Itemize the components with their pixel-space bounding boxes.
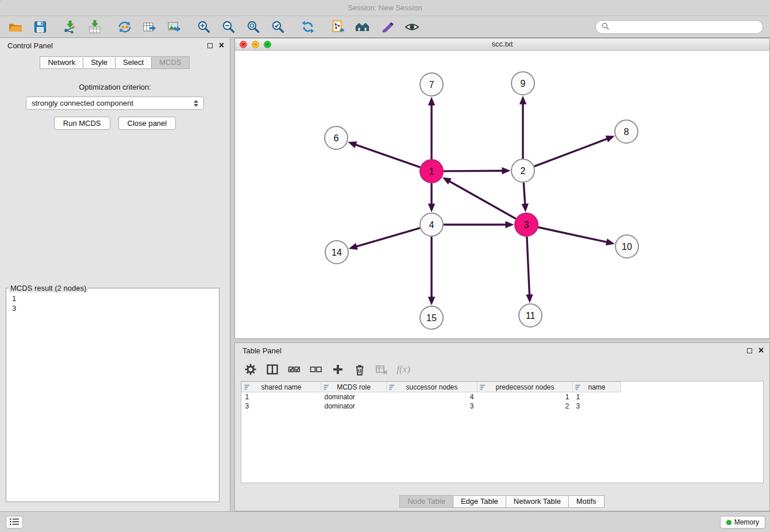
apply-layout-icon[interactable] [299,18,317,36]
search-box[interactable] [595,20,763,34]
memory-button[interactable]: Memory [720,516,765,529]
close-window-icon[interactable]: × [240,41,247,48]
table-panel: Table Panel × f(x) shared nameMCDS roles… [234,342,770,511]
table-row[interactable]: 1dominator411 [242,392,764,402]
svg-text:4: 4 [429,220,434,230]
tab-motifs[interactable]: Motifs [568,495,605,508]
tab-network[interactable]: Network [40,56,83,69]
graph-node-3[interactable]: 3 [515,213,538,236]
table-settings-icon[interactable] [244,363,257,376]
float-panel-icon[interactable] [207,43,213,48]
search-icon [602,22,609,32]
graph-node-8[interactable]: 8 [615,120,638,143]
export-table-icon[interactable] [141,18,158,36]
window-titlebar: Session: New Session [0,0,770,16]
table-cell[interactable]: 1 [242,392,321,402]
table-cell[interactable]: 4 [387,392,478,402]
save-session-icon[interactable] [32,18,49,36]
tab-select[interactable]: Select [115,56,152,69]
show-columns-icon[interactable] [266,363,279,376]
graph-node-2[interactable]: 2 [511,159,534,182]
control-panel-tabs: NetworkStyleSelectMCDS [0,56,230,69]
column-header-name[interactable]: name [573,382,621,392]
graph-edge-3-1[interactable] [449,181,516,219]
close-panel-button[interactable]: Close panel [118,117,176,130]
column-header-filler [621,382,764,392]
close-table-panel-icon[interactable]: × [759,346,764,355]
graph-node-4[interactable]: 4 [420,213,443,236]
network-window-titlebar[interactable]: × − + scc.txt [235,38,769,51]
table-cell[interactable]: 3 [387,402,478,411]
table-cell[interactable]: 1 [573,392,621,402]
tab-network-table[interactable]: Network Table [506,495,569,508]
control-panel-header: Control Panel × [0,38,230,53]
network-overview-icon[interactable] [329,18,346,36]
control-panel: Control Panel × NetworkStyleSelectMCDS O… [0,38,230,511]
graph-edge-3-11[interactable] [527,237,530,296]
mcds-result-value: 1 [6,294,219,303]
graph-edge-2-3[interactable] [523,183,525,205]
task-history-button[interactable] [6,516,23,529]
table-cell[interactable]: dominator [321,402,387,411]
table-cell[interactable]: dominator [321,392,387,402]
graph-node-15[interactable]: 15 [420,306,443,329]
column-header-successor-nodes[interactable]: successor nodes [387,382,478,392]
table-row[interactable]: 3dominator323 [242,402,764,411]
window-controls: × − + [240,41,271,48]
graph-node-9[interactable]: 9 [511,72,534,95]
graph-node-1[interactable]: 1 [420,160,443,183]
import-table-icon[interactable] [86,18,103,36]
graph-node-10[interactable]: 10 [615,235,638,258]
column-header-predecessor-nodes[interactable]: predecessor nodes [478,382,573,392]
graph-edge-2-8[interactable] [534,138,608,166]
graph-node-14[interactable]: 14 [325,241,348,264]
graph-edge-1-6[interactable] [355,144,421,167]
graph-node-6[interactable]: 6 [325,126,348,149]
select-all-rows-icon[interactable] [288,363,301,376]
svg-text:15: 15 [426,313,437,323]
first-neighbors-icon[interactable] [354,18,371,36]
network-view-window: × − + scc.txt 7968124314101511 [234,38,770,339]
import-network-icon[interactable] [61,18,79,36]
search-input[interactable] [613,22,757,32]
table-cell[interactable]: 3 [573,402,621,411]
column-header-mcds-role[interactable]: MCDS role [321,382,387,392]
svg-text:3: 3 [524,220,529,230]
zoom-window-icon[interactable]: + [264,41,271,48]
graph-edge-1-2[interactable] [444,171,503,171]
zoom-selected-icon[interactable] [270,18,287,36]
tab-edge-table[interactable]: Edge Table [453,495,506,508]
tab-mcds[interactable]: MCDS [151,56,189,69]
export-image-icon[interactable] [165,18,183,36]
float-table-panel-icon[interactable] [747,348,752,353]
network-canvas[interactable]: 7968124314101511 [235,51,769,338]
style-icon[interactable] [379,18,396,36]
tab-style[interactable]: Style [83,56,116,69]
close-panel-icon[interactable]: × [219,41,224,50]
graph-edge-arrow [522,203,529,212]
table-cell[interactable]: 2 [478,402,573,411]
column-header-shared-name[interactable]: shared name [242,382,321,392]
open-file-icon[interactable] [7,18,24,36]
run-mcds-button[interactable]: Run MCDS [54,117,110,130]
minimize-window-icon[interactable]: − [252,41,259,48]
tab-node-table[interactable]: Node Table [399,495,453,508]
table-cell[interactable]: 3 [242,402,321,411]
zoom-in-icon[interactable] [195,18,213,36]
export-network-icon[interactable] [116,18,133,36]
add-column-icon[interactable] [332,363,344,376]
table-cell[interactable]: 1 [478,392,573,402]
table-cell-empty [621,392,764,402]
optimization-criterion-dropdown[interactable]: strongly connected component [26,97,204,110]
network-graph[interactable]: 7968124314101511 [235,51,769,338]
deselect-all-rows-icon[interactable] [310,363,322,376]
graph-edge-3-10[interactable] [538,228,608,242]
node-table-area: shared nameMCDS rolesuccessor nodesprede… [241,381,764,483]
show-hide-icon[interactable] [403,18,421,36]
graph-edge-4-14[interactable] [356,228,420,247]
graph-node-7[interactable]: 7 [420,73,443,96]
zoom-out-icon[interactable] [220,18,237,36]
graph-node-11[interactable]: 11 [519,304,542,327]
zoom-fit-icon[interactable] [245,18,262,36]
delete-row-icon[interactable] [353,363,366,376]
